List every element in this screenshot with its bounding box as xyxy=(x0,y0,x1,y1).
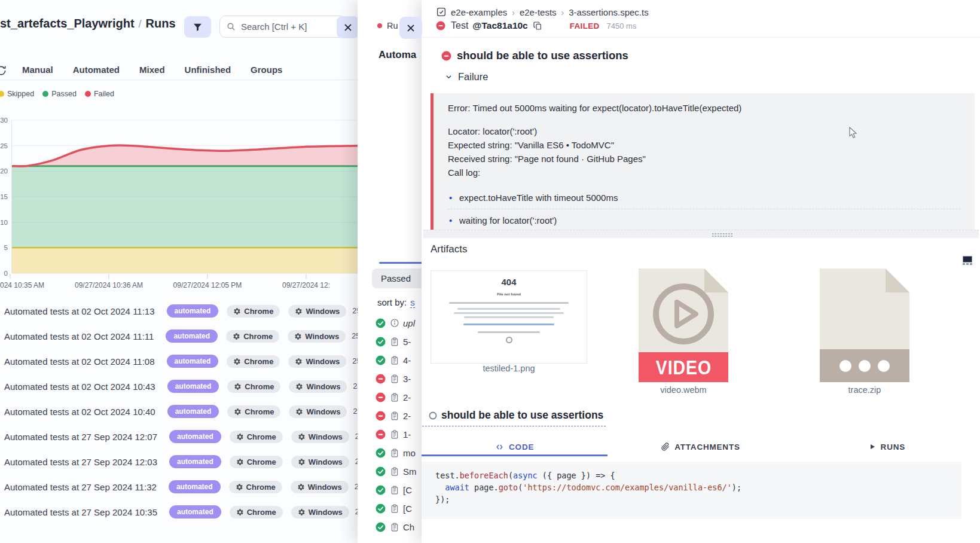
svg-text:09/27/2024 12:05 PM: 09/27/2024 12:05 PM xyxy=(173,281,242,289)
test-file-item[interactable]: 2- xyxy=(375,408,411,423)
file-label: 1- xyxy=(403,429,411,440)
legend-item-skipped[interactable]: Skipped xyxy=(0,90,34,98)
artifact-image-thumbnail[interactable]: 404 File not found xyxy=(431,270,587,364)
project-name[interactable]: st_artefacts_Playwright xyxy=(0,17,135,30)
env-chip-windows: Windows xyxy=(288,355,346,368)
gear-icon xyxy=(298,508,306,516)
run-list-item[interactable]: Automated tests at 02 Oct 2024 11:13 aut… xyxy=(0,301,358,321)
breadcrumb-folder[interactable]: e2e-tests xyxy=(520,7,557,17)
artifact-trace-caption[interactable]: trace.zip xyxy=(820,385,909,395)
test-meta-row: Test @Tac81a10c FAILED 7450 ms xyxy=(436,20,636,31)
octocat-icon xyxy=(506,337,512,343)
test-file-item[interactable]: [C xyxy=(375,483,412,497)
close-drawer-icon[interactable] xyxy=(337,16,359,38)
refresh-icon[interactable] xyxy=(0,65,7,79)
test-file-item[interactable]: 1- xyxy=(375,427,411,441)
test-tag[interactable]: @Tac81a10c xyxy=(472,20,527,31)
run-list-item[interactable]: Automated tests at 27 Sep 2024 12:07 aut… xyxy=(0,426,358,447)
run-badge: automated xyxy=(166,330,218,343)
code-line: }); xyxy=(435,493,961,505)
test-file-item[interactable]: 2- xyxy=(375,390,411,404)
active-tab-indicator xyxy=(379,262,427,264)
breadcrumb-suite[interactable]: e2e-examples xyxy=(451,7,507,17)
passed-check-icon xyxy=(375,466,386,477)
clipboard-icon xyxy=(390,504,399,514)
run-title: Ru xyxy=(387,21,398,30)
run-list-item[interactable]: Automated tests at 02 Oct 2024 11:08 aut… xyxy=(0,351,358,371)
legend-item-failed[interactable]: Failed xyxy=(85,90,114,98)
passed-filter-button[interactable]: Passed xyxy=(372,269,429,288)
play-icon xyxy=(869,443,876,450)
artifact-video-caption[interactable]: video.webm xyxy=(639,385,728,395)
run-badge: automated xyxy=(167,380,219,393)
test-file-item[interactable]: 5- xyxy=(375,334,411,349)
sort-row: sort by:s xyxy=(377,297,415,307)
test-file-item[interactable]: Sm xyxy=(375,464,417,478)
search-input[interactable] xyxy=(219,16,346,38)
env-chip-windows: Windows xyxy=(288,305,346,318)
clipboard-icon xyxy=(390,411,399,421)
failure-section-toggle[interactable]: Failure xyxy=(439,71,488,83)
file-label: 2- xyxy=(403,392,411,402)
artifact-image-caption[interactable]: testiled-1.png xyxy=(431,364,587,373)
call-log-item: waiting for locator(':root') xyxy=(448,209,960,230)
run-heading: Automa xyxy=(378,49,416,61)
svg-text:09/27/2024 12:: 09/27/2024 12: xyxy=(282,281,330,289)
test-file-item[interactable]: Ch xyxy=(375,520,414,534)
env-chip-chrome: Chrome xyxy=(226,330,279,343)
run-list-item[interactable]: Automated tests at 02 Oct 2024 10:40 aut… xyxy=(0,401,358,422)
search-icon xyxy=(226,22,236,32)
resize-strip[interactable] xyxy=(423,230,979,238)
test-file-item[interactable]: upl xyxy=(375,316,415,330)
artifact-trace-file[interactable] xyxy=(820,269,909,382)
call-log-item: expect.toHaveTitle with timeout 5000ms xyxy=(448,187,960,209)
tab-groups[interactable]: Groups xyxy=(251,65,282,75)
tab-automated[interactable]: Automated xyxy=(73,65,120,75)
tab-code[interactable]: CODE xyxy=(422,438,607,455)
tab-manual[interactable]: Manual xyxy=(22,65,53,75)
run-list-item[interactable]: Automated tests at 27 Sep 2024 10:35 aut… xyxy=(0,502,358,522)
tab-attachments[interactable]: ATTACHMENTS xyxy=(607,438,793,455)
legend-item-passed[interactable]: Passed xyxy=(42,90,77,98)
page-fold xyxy=(704,269,728,292)
runs-area-chart: 05101520253009/27/2024 10:35 AM09/27/202… xyxy=(0,102,358,293)
call-log-list: expect.toHaveTitle with timeout 5000mswa… xyxy=(448,187,960,230)
search-field[interactable] xyxy=(241,22,337,32)
gallery-view-icon[interactable] xyxy=(963,256,972,266)
run-badge: automated xyxy=(169,455,221,468)
filter-button[interactable] xyxy=(184,16,211,38)
copy-icon[interactable] xyxy=(533,20,542,31)
test-file-item[interactable]: 4- xyxy=(375,353,411,367)
tab-runs[interactable]: RUNS xyxy=(794,438,980,455)
passed-check-icon xyxy=(375,485,386,495)
chevron-down-icon xyxy=(445,73,453,81)
run-list-item[interactable]: Automated tests at 27 Sep 2024 12:03 aut… xyxy=(0,452,358,472)
artifact-video-file[interactable]: VIDEO xyxy=(639,269,728,382)
gear-icon xyxy=(236,433,244,441)
gear-icon xyxy=(295,358,303,365)
breadcrumb-file[interactable]: 3-assertions.spec.ts xyxy=(569,7,648,17)
drag-handle-icon[interactable] xyxy=(712,233,733,237)
clipboard-icon xyxy=(390,374,399,384)
task-check-icon xyxy=(436,7,447,17)
file-label: Ch xyxy=(403,522,414,532)
sort-link[interactable]: s xyxy=(410,297,415,308)
test-file-item[interactable]: mo xyxy=(375,446,416,460)
test-duration: 7450 ms xyxy=(607,22,637,30)
failed-status-icon xyxy=(441,51,451,61)
tab-mixed[interactable]: Mixed xyxy=(139,65,165,75)
run-list-item[interactable]: Automated tests at 27 Sep 2024 11:32 aut… xyxy=(0,477,358,497)
run-badge: automated xyxy=(167,355,219,368)
tab-unfinished[interactable]: Unfinished xyxy=(185,65,231,75)
linked-test-title[interactable]: should be able to use assertions xyxy=(422,409,606,426)
run-title: Automated tests at 02 Oct 2024 11:13 xyxy=(4,306,155,316)
test-file-item[interactable]: 3- xyxy=(375,371,411,386)
run-list-item[interactable]: Automated tests at 02 Oct 2024 11:11 aut… xyxy=(0,326,358,346)
run-list-item[interactable]: Automated tests at 02 Oct 2024 10:43 aut… xyxy=(0,376,358,396)
run-badge: automated xyxy=(169,505,221,518)
failed-minus-icon xyxy=(375,411,386,421)
close-test-drawer-icon[interactable] xyxy=(399,17,422,39)
test-file-item[interactable]: [C xyxy=(375,501,412,515)
passed-check-icon xyxy=(375,318,386,328)
env-chip-chrome: Chrome xyxy=(227,355,280,368)
